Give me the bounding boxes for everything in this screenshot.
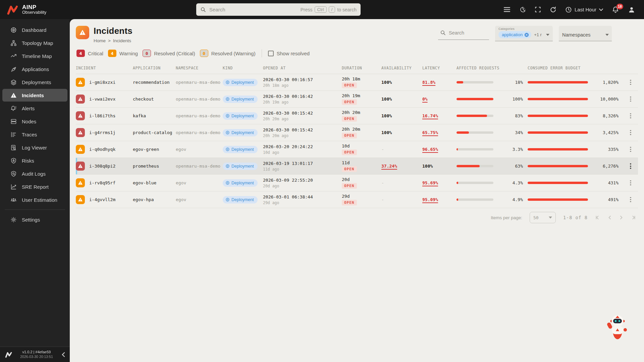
user-avatar-button[interactable] [628, 6, 635, 13]
sidebar-item-applications[interactable]: Applications [2, 63, 67, 75]
incidents-search-input[interactable] [449, 30, 482, 36]
critical-severity-icon [76, 162, 85, 171]
sidebar-item-traces[interactable]: Traces [2, 128, 67, 141]
incident-row[interactable]: i-vwai2evx checkout openmaru-msa-demo De… [76, 91, 638, 108]
sidebar-collapse-button[interactable] [60, 352, 66, 357]
row-menu-button[interactable] [623, 147, 638, 152]
opened-at: 2026-03-30 00:16:42 [263, 94, 342, 99]
fullscreen-button[interactable] [535, 6, 541, 13]
namespaces-select[interactable]: Namespaces [559, 26, 612, 41]
error-budget-bar [528, 98, 588, 100]
time-range-selector[interactable]: Last Hour [565, 6, 603, 13]
clock-icon [565, 6, 572, 13]
error-budget-bar [528, 131, 588, 134]
sidebar-item-settings[interactable]: Settings [2, 213, 67, 226]
sidebar-item-sre-report[interactable]: SRE Report [2, 180, 67, 193]
categories-select[interactable]: Categories application +1 r [495, 26, 553, 41]
timeline-map-icon [10, 53, 17, 59]
row-menu-button[interactable] [623, 80, 638, 85]
kubernetes-icon [225, 80, 230, 84]
incident-row[interactable]: i-l86i7ths kafka openmaru-msa-demo Deplo… [76, 108, 638, 124]
incident-row[interactable]: i-rv8q95rf egov-blue egov Deployment 202… [76, 175, 638, 191]
dark-mode-toggle[interactable] [519, 6, 526, 13]
chip-remove-icon[interactable] [524, 33, 529, 37]
next-page-button[interactable] [619, 215, 623, 220]
global-search[interactable]: Press Ctrl / to search [196, 3, 361, 16]
namespace-name: egov [176, 197, 223, 202]
sidebar-item-audit-logs[interactable]: Audit Logs [2, 167, 67, 180]
last-page-button[interactable] [631, 215, 636, 220]
latency-value[interactable]: 0% [422, 97, 457, 102]
sidebar-item-nodes[interactable]: Nodes [2, 115, 67, 128]
availability-value[interactable]: 37.24% [381, 164, 422, 169]
sidebar-divider [5, 209, 65, 210]
menu-button[interactable] [503, 7, 511, 12]
brand-name: AINP [22, 4, 46, 10]
sidebar-item-log-viewer[interactable]: Log Viewer [2, 141, 67, 154]
users-icon [10, 197, 17, 203]
sidebar-item-topology-map[interactable]: Topology Map [2, 37, 67, 49]
incident-row[interactable]: i-4gvvll2m egov-hpa egov Deployment 2026… [76, 191, 638, 208]
sidebar-item-dashboard[interactable]: Dashboard [2, 23, 67, 36]
latency-value[interactable]: 81.8% [422, 80, 457, 85]
applications-icon [10, 66, 17, 72]
critical-filter-chip[interactable]: 4 Critical [76, 50, 103, 57]
incident-row[interactable]: i-q0odhyqk egov-green egov Deployment 20… [76, 141, 638, 158]
availability-value: 100% [381, 113, 422, 118]
latency-value[interactable]: 95.69% [422, 180, 457, 185]
latency-value[interactable]: 95.09% [422, 197, 457, 202]
column-header: Namespace [176, 66, 223, 70]
category-chip: application [498, 31, 531, 38]
row-menu-button[interactable] [623, 130, 638, 135]
opened-at: 2026-03-20 20:24:22 [263, 144, 342, 149]
breadcrumb-home-link[interactable]: Home [94, 38, 106, 43]
breadcrumb: Home > Incidents [94, 38, 132, 43]
incident-id: i-q0odhyqk [89, 147, 115, 152]
notifications-button[interactable]: 18 [612, 6, 619, 13]
latency-value[interactable]: 16.74% [422, 113, 457, 118]
kind-badge: Deployment [223, 179, 258, 187]
previous-page-button[interactable] [608, 215, 612, 220]
latency-value[interactable]: 65.75% [422, 130, 457, 135]
sidebar-item-risks[interactable]: Risks [2, 154, 67, 167]
assistant-mascot-button[interactable] [607, 314, 628, 340]
topbar: AINP Observability Press Ctrl / to searc… [0, 0, 644, 19]
categories-more: +1 r [534, 32, 542, 37]
refresh-button[interactable] [550, 6, 556, 13]
sidebar-item-incidents[interactable]: Incidents [2, 89, 67, 102]
row-menu-button[interactable] [623, 197, 638, 202]
resolved-critical-filter-chip[interactable]: 0 Resolved (Critical) [143, 50, 195, 57]
kubernetes-icon [225, 181, 230, 185]
status-badge: OPEN [342, 149, 357, 155]
row-menu-button[interactable] [623, 163, 638, 169]
latency-value[interactable]: 96.65% [422, 147, 457, 152]
row-menu-button[interactable] [623, 97, 638, 102]
warning-filter-chip[interactable]: 4 Warning [108, 50, 138, 57]
log-viewer-icon [10, 144, 17, 151]
namespace-name: openmaru-msa-demo [176, 80, 223, 85]
first-page-button[interactable] [595, 215, 600, 220]
application-name: checkout [133, 97, 176, 102]
sidebar-item-alerts[interactable]: Alerts [2, 102, 67, 115]
show-resolved-checkbox[interactable] [268, 51, 274, 56]
row-menu-button[interactable] [623, 113, 638, 119]
items-per-page-select[interactable]: 50 [530, 212, 556, 223]
incidents-search[interactable] [438, 26, 489, 40]
incident-row[interactable]: i-308q8pi2 prometheus openmaru-msa-demo … [76, 158, 638, 175]
kubernetes-icon [225, 130, 230, 135]
sidebar-item-deployments[interactable]: Deployments [2, 76, 67, 88]
sidebar-item-timeline-map[interactable]: Timeline Map [2, 50, 67, 62]
opened-ago: 29d ago [263, 200, 342, 205]
resolved-warning-filter-chip[interactable]: 0 Resolved (Warning) [200, 50, 256, 57]
incident-row[interactable]: i-gmi8xzxi recommendation openmaru-msa-d… [76, 74, 638, 91]
namespace-name: egov [176, 147, 223, 152]
search-icon [440, 30, 446, 36]
status-badge: OPEN [342, 99, 357, 105]
sidebar-item-user-estimation[interactable]: User Estimation [2, 193, 67, 206]
global-search-input[interactable] [209, 7, 297, 12]
row-menu-button[interactable] [623, 180, 638, 186]
incident-row[interactable]: i-g4rrms1j product-catalog openmaru-msa-… [76, 124, 638, 141]
kubernetes-icon [225, 197, 230, 202]
brand-suffix: Observability [22, 10, 46, 15]
availability-value: 100% [381, 80, 422, 85]
